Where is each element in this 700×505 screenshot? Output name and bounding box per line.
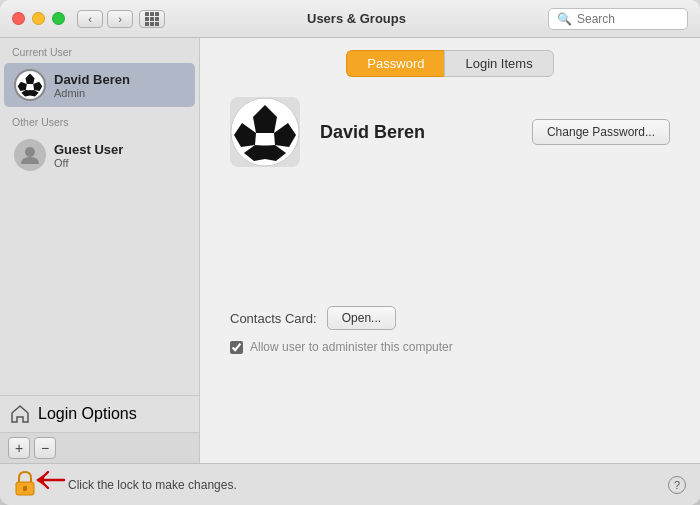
open-contacts-button[interactable]: Open... (327, 306, 396, 330)
titlebar: ‹ › Users & Groups 🔍 (0, 0, 700, 38)
add-icon: + (15, 441, 23, 455)
home-icon (10, 404, 30, 424)
svg-point-8 (25, 147, 35, 157)
help-icon: ? (674, 479, 680, 491)
tab-login-items-label: Login Items (465, 56, 532, 71)
user-display-name: David Beren (320, 122, 512, 143)
sidebar-item-login-options[interactable]: Login Options (0, 395, 199, 432)
user-header: David Beren Change Password... (230, 97, 670, 167)
help-button[interactable]: ? (668, 476, 686, 494)
user-avatar-image (230, 97, 300, 167)
window-title: Users & Groups (165, 11, 548, 26)
guest-user-icon (19, 144, 41, 166)
close-button[interactable] (12, 12, 25, 25)
back-icon: ‹ (88, 13, 92, 25)
admin-checkbox[interactable] (230, 341, 243, 354)
login-options-label: Login Options (38, 405, 137, 423)
nav-buttons: ‹ › (77, 10, 133, 28)
tab-password-label: Password (367, 56, 424, 71)
forward-button[interactable]: › (107, 10, 133, 28)
avatar (14, 69, 46, 101)
lock-status-text: Click the lock to make changes. (68, 478, 237, 492)
svg-marker-18 (36, 474, 44, 485)
guest-user-name: Guest User (54, 142, 123, 157)
admin-checkbox-label: Allow user to administer this computer (250, 340, 453, 354)
main-window: ‹ › Users & Groups 🔍 Current User (0, 0, 700, 505)
main-panel: Password Login Items (200, 38, 700, 463)
back-button[interactable]: ‹ (77, 10, 103, 28)
guest-user-status: Off (54, 157, 123, 169)
main-content-area: David Beren Change Password... Contacts … (200, 77, 700, 463)
guest-user-info: Guest User Off (54, 142, 123, 169)
tab-bar: Password Login Items (200, 38, 700, 77)
sidebar: Current User (0, 38, 200, 463)
current-user-name: David Beren (54, 72, 130, 87)
user-avatar-large (230, 97, 300, 167)
traffic-lights (12, 12, 65, 25)
current-user-role: Admin (54, 87, 130, 99)
tab-password[interactable]: Password (346, 50, 444, 77)
guest-avatar (14, 139, 46, 171)
current-user-info: David Beren Admin (54, 72, 130, 99)
current-user-section-label: Current User (0, 38, 199, 62)
other-users-section-label: Other Users (0, 108, 199, 132)
forward-icon: › (118, 13, 122, 25)
grid-button[interactable] (139, 10, 165, 28)
admin-checkbox-row: Allow user to administer this computer (230, 340, 670, 354)
sidebar-bottom-bar: + − (0, 432, 199, 463)
remove-user-button[interactable]: − (34, 437, 56, 459)
svg-rect-17 (23, 486, 27, 491)
lock-arrow-icon (32, 465, 72, 495)
lock-button[interactable] (14, 470, 36, 500)
grid-icon (145, 12, 159, 26)
add-user-button[interactable]: + (8, 437, 30, 459)
maximize-button[interactable] (52, 12, 65, 25)
bottom-bar: Click the lock to make changes. ? (0, 463, 700, 505)
sidebar-item-current-user[interactable]: David Beren Admin (4, 63, 195, 107)
tab-login-items[interactable]: Login Items (444, 50, 553, 77)
remove-icon: − (41, 441, 49, 455)
user-avatar-soccer-ball (14, 69, 46, 101)
contacts-card-label: Contacts Card: (230, 311, 317, 326)
change-password-button[interactable]: Change Password... (532, 119, 670, 145)
contacts-row: Contacts Card: Open... (230, 276, 670, 330)
search-box[interactable]: 🔍 (548, 8, 688, 30)
content-area: Current User (0, 38, 700, 463)
search-input[interactable] (577, 12, 679, 26)
minimize-button[interactable] (32, 12, 45, 25)
search-icon: 🔍 (557, 12, 572, 26)
sidebar-item-guest-user[interactable]: Guest User Off (4, 133, 195, 177)
